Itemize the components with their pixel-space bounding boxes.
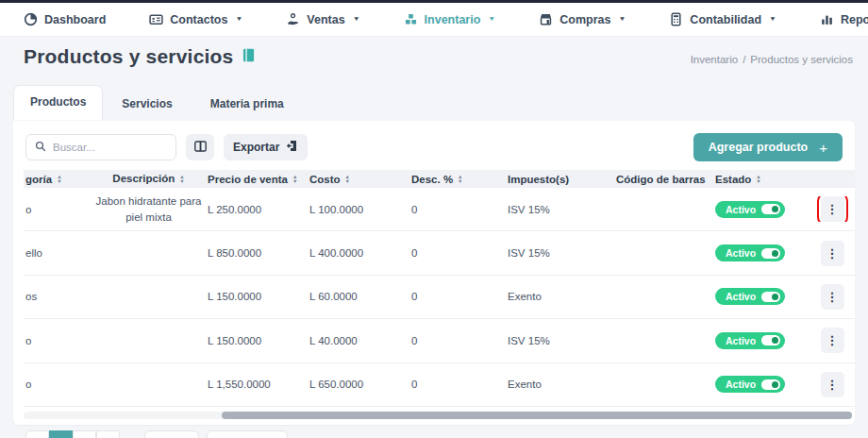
column-header-codigo-barras[interactable]: Código de barras▲▼ [611, 174, 706, 185]
products-card: Exportar Agregar producto + goría▲▼ Desc… [13, 121, 855, 425]
status-toggle[interactable]: Activo [715, 376, 785, 393]
cell-costo: L 100.0000 [300, 204, 404, 215]
nav-item-contabilidad[interactable]: Contabilidad ▼ [669, 12, 776, 26]
cell-categoria: os [24, 291, 95, 302]
status-label: Activo [726, 204, 756, 215]
tab-productos[interactable]: Productos [13, 85, 103, 120]
bar-chart-icon [820, 12, 834, 26]
sort-icon: ▲▼ [458, 175, 462, 183]
tab-bar: Productos Servicios Materia prima [13, 85, 303, 120]
cell-actions: ⋮ [810, 328, 855, 353]
columns-icon [194, 141, 207, 155]
export-icon [286, 140, 298, 155]
status-toggle[interactable]: Activo [715, 244, 785, 261]
columns-toggle-button[interactable] [186, 134, 214, 160]
cell-estado: Activo [706, 201, 810, 218]
cell-impuesto: ISV 15% [489, 335, 611, 346]
tab-servicios[interactable]: Servicios [103, 88, 191, 120]
column-header-estado[interactable]: Estado▲▼ [706, 174, 810, 185]
calculator-icon [669, 12, 683, 26]
row-actions-button[interactable]: ⋮ [821, 196, 844, 222]
table-row: o Jabon hidratante para piel mixta L 250… [24, 188, 855, 231]
table-toolbar: Exportar Agregar producto + [25, 134, 843, 160]
breadcrumb-current: Productos y servicios [750, 54, 853, 65]
search-icon [35, 139, 46, 156]
breadcrumb-separator: / [743, 54, 745, 65]
table-row: os L 150.0000 L 60.0000 0 Exento Activo … [24, 276, 855, 319]
products-table: goría▲▼ Descripción▲▼ Precio de venta▲▼ … [24, 170, 855, 407]
nav-label: Compras [559, 13, 610, 26]
row-actions-button[interactable]: ⋮ [821, 284, 844, 310]
pagination [25, 430, 120, 438]
column-header-costo[interactable]: Costo▲▼ [300, 174, 404, 185]
nav-item-ventas[interactable]: Ventas ▼ [286, 12, 359, 26]
toggle-switch-icon [761, 335, 780, 345]
sort-icon: ▲▼ [179, 175, 184, 183]
page: Dashboard Contactos ▼ Ventas ▼ Inventari… [0, 0, 868, 438]
chevron-down-icon: ▼ [353, 16, 360, 23]
nav-label: Contactos [170, 13, 227, 26]
table-row: o L 1,550.0000 L 650.0000 0 Exento Activ… [24, 363, 855, 407]
sort-icon: ▲▼ [57, 175, 61, 183]
pie-chart-icon [24, 12, 38, 26]
row-actions-button[interactable]: ⋮ [821, 328, 844, 353]
pagination-prev-button[interactable] [25, 430, 49, 438]
chevron-down-icon: ▼ [618, 16, 626, 23]
column-header-descuento[interactable]: Desc. %▲▼ [404, 174, 489, 185]
column-header-categoria[interactable]: goría▲▼ [24, 174, 95, 185]
nav-item-contactos[interactable]: Contactos ▼ [149, 12, 242, 26]
hand-sale-icon [286, 12, 300, 26]
cell-precio: L 850.0000 [202, 247, 300, 259]
nav-item-dashboard[interactable]: Dashboard [24, 12, 106, 26]
cell-categoria: o [24, 335, 95, 346]
cell-categoria: o [24, 204, 95, 215]
cell-precio: L 150.0000 [202, 335, 300, 346]
id-card-icon [149, 12, 163, 26]
cell-estado: Activo [706, 332, 810, 349]
breadcrumb-parent[interactable]: Inventario [691, 54, 739, 65]
cell-descuento: 0 [404, 335, 489, 346]
cell-impuesto: ISV 15% [489, 247, 611, 259]
sort-icon: ▲▼ [345, 175, 350, 183]
book-icon [241, 47, 257, 67]
horizontal-scrollbar-thumb[interactable] [222, 412, 852, 419]
status-toggle[interactable]: Activo [715, 288, 785, 305]
row-actions-button[interactable]: ⋮ [821, 372, 844, 397]
nav-label: Ventas [307, 13, 344, 26]
export-button[interactable]: Exportar [224, 134, 308, 160]
toggle-switch-icon [761, 248, 780, 259]
goto-page-input[interactable] [207, 430, 288, 438]
pagination-next-button[interactable] [96, 430, 120, 438]
column-header-impuestos: Impuesto(s) [489, 174, 611, 185]
cell-actions: ⋮ [810, 284, 855, 310]
cell-precio: L 250.0000 [202, 204, 300, 215]
nav-item-reportes[interactable]: Reportes ▼ [820, 12, 868, 26]
add-product-button[interactable]: Agregar producto + [693, 133, 843, 161]
column-header-descripcion[interactable]: Descripción▲▼ [95, 171, 202, 187]
status-toggle[interactable]: Activo [715, 201, 785, 218]
pagination-page-button[interactable] [73, 430, 96, 438]
status-label: Activo [726, 379, 756, 390]
search-input[interactable] [53, 142, 157, 153]
cell-precio: L 1,550.0000 [202, 379, 300, 390]
chevron-down-icon: ▼ [488, 16, 495, 23]
tab-materia-prima[interactable]: Materia prima [192, 88, 303, 120]
cell-costo: L 40.0000 [300, 335, 404, 346]
toggle-switch-icon [761, 292, 780, 302]
nav-item-compras[interactable]: Compras ▼ [539, 12, 626, 26]
status-toggle[interactable]: Activo [715, 332, 785, 349]
row-actions-button[interactable]: ⋮ [821, 241, 844, 266]
toggle-switch-icon [761, 204, 780, 214]
add-product-label: Agregar producto [709, 141, 809, 154]
pagination-page-button[interactable] [49, 430, 73, 438]
column-header-precio[interactable]: Precio de venta▲▼ [202, 174, 300, 185]
cell-costo: L 650.0000 [300, 379, 404, 390]
cell-descuento: 0 [404, 291, 489, 302]
main-navbar: Dashboard Contactos ▼ Ventas ▼ Inventari… [0, 3, 868, 37]
status-label: Activo [726, 335, 756, 346]
toggle-switch-icon [761, 379, 780, 390]
cell-actions: ⋮ [810, 196, 855, 222]
cell-descuento: 0 [404, 379, 489, 390]
page-size-select[interactable] [144, 430, 199, 438]
nav-item-inventario[interactable]: Inventario ▼ [404, 12, 496, 26]
